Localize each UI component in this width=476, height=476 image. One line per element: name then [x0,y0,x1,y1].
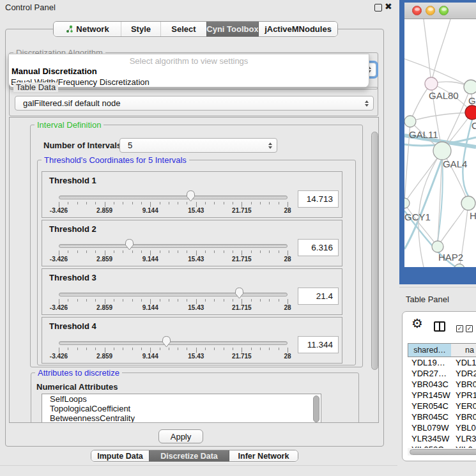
network-node[interactable] [404,198,410,208]
table-row[interactable]: YBL079WYBL0 [408,423,476,434]
slider-thumb[interactable] [161,335,172,348]
table-data-combobox[interactable]: galFiltered.sif default node [15,96,374,111]
threshold-label: Threshold 1 [49,176,96,185]
slider-ticks [59,202,288,207]
slider-tick-labels: -3.4262.8599.14415.4321.71528 [59,304,288,312]
tick-label: 28 [284,353,291,360]
slider-tick-labels: -3.4262.8599.14415.4321.71528 [59,207,288,215]
attribute-item[interactable]: BetweennessCentrality [42,413,321,423]
cell-name: YDR2 [456,369,476,378]
viewport-scrollbar[interactable] [371,132,378,370]
checkbox-icon[interactable]: ✓ [466,325,473,332]
checkbox-icon[interactable]: ✓ [456,325,463,332]
threshold-value-field[interactable]: 11.344 [298,336,339,353]
tick-label: -3.426 [50,207,68,214]
attribute-item[interactable]: SelfLoops [42,394,321,404]
tick-label: 21.715 [232,353,252,360]
network-node[interactable] [465,105,476,119]
cell-name: YBL0 [456,423,476,433]
tab-discretize-data[interactable]: Discretize Data [149,450,229,461]
slider-track[interactable] [59,341,288,345]
tick-label: -3.426 [50,353,68,360]
network-node[interactable] [433,142,451,160]
network-canvas[interactable]: GAL80GACGAL11GAL4GCY1HHAP2 [404,19,476,267]
tick-label: 21.715 [232,207,252,214]
column-header-shared[interactable]: shared… [408,343,452,357]
slider-thumb[interactable] [234,286,245,300]
network-node[interactable] [432,241,443,252]
tab-network[interactable]: Network [54,22,121,36]
slider-thumb[interactable] [185,189,196,203]
tab-label: Select [171,24,196,34]
control-panel-window: Control Panel ✖ NetworkStyleSelectCyni T… [0,0,399,476]
table-row[interactable]: YBR043CYBR0 [408,380,476,390]
close-traffic-light[interactable] [412,6,422,15]
zoom-traffic-light[interactable] [439,6,449,15]
threshold-value-field[interactable]: 6.316 [298,239,339,256]
settings-scroll-viewport: Interval Definition Number of Intervals … [9,117,379,423]
tab-select[interactable]: Select [160,22,206,36]
tick-label: -3.426 [50,256,68,263]
tab-impute-data[interactable]: Impute Data [91,450,149,461]
cell-name: YLR3 [456,434,476,443]
network-node[interactable] [461,196,475,210]
slider-track[interactable] [59,293,288,296]
tab-label: Cyni Toolbox [206,24,258,34]
tab-label: jActiveMNodules [265,24,332,34]
node-label: C [472,120,476,131]
slider-tick-labels: -3.4262.8599.14415.4321.71528 [59,256,288,263]
combo-arrows-icon [268,142,272,149]
network-node[interactable] [425,77,438,90]
network-node[interactable] [454,264,464,267]
slider-thumb[interactable] [124,238,135,251]
gear-icon[interactable]: ⚙ [411,315,423,332]
network-node[interactable] [464,80,476,94]
table-row[interactable]: YPR145WYPR1 [408,390,476,401]
float-window-icon[interactable] [374,4,382,12]
threshold-label: Threshold 2 [49,224,96,234]
numerical-attributes-list[interactable]: SelfLoopsTopologicalCoefficientBetweenne… [42,394,321,423]
group-threshold-coordinates: Threshold's Coordinates for 5 Intervals … [37,160,356,365]
horizontal-scrollbar-thumb[interactable] [410,449,476,455]
cell-shared-name: YDR27… [411,369,447,378]
tab-cyni-toolbox[interactable]: Cyni Toolbox [206,22,258,36]
list-scrollbar[interactable] [313,395,319,422]
close-icon[interactable]: ✖ [385,1,392,12]
table-row[interactable]: YBR045CYBR0 [408,412,476,423]
tick-label: 2.859 [96,304,112,311]
algorithm-dropdown-list: Select algorithm to view settings Manual… [8,54,369,88]
columns-icon[interactable] [434,321,445,332]
slider-ticks [59,250,288,256]
network-node[interactable] [404,116,416,127]
tick-label: 15.43 [188,353,204,360]
table-row[interactable]: YER054CYER0 [408,401,476,412]
apply-button[interactable]: Apply [158,429,203,443]
node-label: HAP2 [438,252,463,263]
tab-style[interactable]: Style [121,22,160,36]
group-table-data: Table Data galFiltered.sif default node [9,87,378,116]
table-rows: YDL19…YDL1YDR27…YDR2YBR043CYBR0YPR145WYP… [408,358,476,451]
tick-label: 2.859 [96,207,112,214]
num-intervals-combobox[interactable]: 5 [119,138,277,153]
tab-infer-network[interactable]: Infer Network [229,450,298,461]
table-row[interactable]: YDL19…YDL1 [408,358,476,369]
column-header-name[interactable]: na [451,343,476,357]
table-row[interactable]: YDR27…YDR2 [408,369,476,380]
cell-shared-name: YPR145W [411,390,450,400]
tab-jactivemnodules[interactable]: jActiveMNodules [258,22,337,36]
slider-track[interactable] [59,196,288,199]
slider-tick-labels: -3.4262.8599.14415.4321.71528 [59,353,288,360]
dropdown-option-manual[interactable]: Manual Discretization [12,66,97,76]
minimize-traffic-light[interactable] [426,6,435,15]
attribute-item[interactable]: TopologicalCoefficient [42,404,321,413]
threshold-value-field[interactable]: 21.4 [298,288,339,305]
network-icon [65,25,73,33]
tick-label: 9.144 [142,304,158,311]
tick-label: 2.859 [96,353,112,360]
table-row[interactable]: YLR345WYLR3 [408,434,476,445]
threshold-value-field[interactable]: 14.713 [298,190,339,208]
slider-track[interactable] [59,244,288,248]
threshold-panel: Threshold 2 -3.4262.8599.14415.4321.7152… [42,220,342,266]
combo-arrows-icon [365,100,369,107]
horizontal-scrollbar [408,448,476,456]
